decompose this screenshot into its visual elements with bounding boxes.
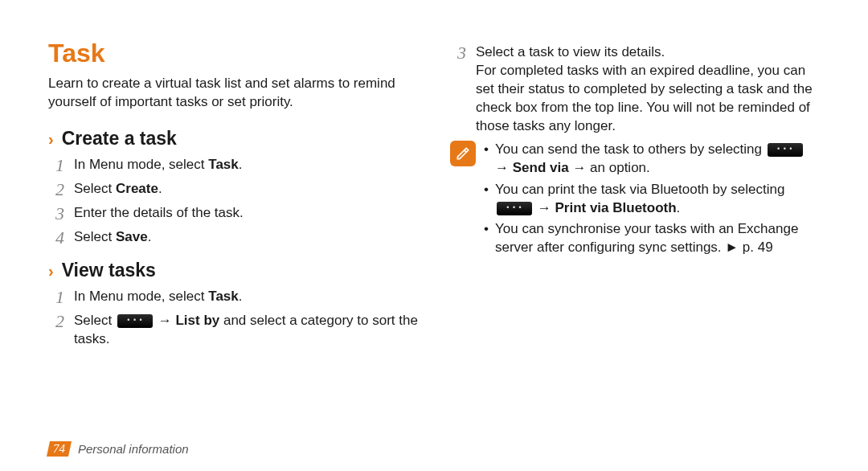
bold-task: Task xyxy=(208,157,239,172)
step-number: 1 xyxy=(48,288,64,307)
right-column: 3 Select a task to view its details. For… xyxy=(450,39,820,418)
create-step-1: 1 In Menu mode, select Task. xyxy=(48,156,418,175)
step-text-line2: For completed tasks with an expired dead… xyxy=(476,62,820,136)
step-text-post: . xyxy=(158,181,162,196)
main-title: Task xyxy=(48,39,418,68)
step-number: 2 xyxy=(48,312,64,331)
note-text-post: . xyxy=(677,200,681,215)
note-icon xyxy=(450,141,476,166)
subheading-view-label: View tasks xyxy=(62,260,156,281)
arrow: → xyxy=(534,200,555,215)
subheading-create: › Create a task xyxy=(48,128,418,149)
step-number: 2 xyxy=(48,180,64,199)
step-text-line1: Select a task to view its details. xyxy=(476,43,820,62)
note-list: You can send the task to others by selec… xyxy=(484,141,820,261)
subheading-view: › View tasks xyxy=(48,260,418,281)
chevron-icon: › xyxy=(48,262,54,281)
step-text: In Menu mode, select xyxy=(74,157,208,172)
step-number: 3 xyxy=(450,43,466,63)
bold-send-via: Send via xyxy=(513,160,569,175)
step-number: 3 xyxy=(48,204,64,223)
view-step-3: 3 Select a task to view its details. For… xyxy=(450,43,820,136)
page-number: 74 xyxy=(47,441,72,457)
note-item-print: You can print the task via Bluetooth by … xyxy=(484,181,820,218)
note-text-post: → an option. xyxy=(569,160,650,175)
section-name: Personal information xyxy=(78,442,189,456)
step-text: Select xyxy=(74,229,116,244)
bold-task: Task xyxy=(208,289,239,304)
more-options-icon xyxy=(768,143,803,157)
view-step-1: 1 In Menu mode, select Task. xyxy=(48,288,418,307)
bold-list-by: List by xyxy=(175,313,219,328)
note-item-send: You can send the task to others by selec… xyxy=(484,141,820,178)
page-footer: 74 Personal information xyxy=(48,441,189,457)
step-text: Enter the details of the task. xyxy=(74,204,418,223)
step-number: 4 xyxy=(48,228,64,248)
view-step-2: 2 Select → List by and select a category… xyxy=(48,312,418,349)
step-text-post: . xyxy=(239,157,243,172)
more-options-icon xyxy=(497,202,532,215)
note-block: You can send the task to others by selec… xyxy=(450,141,820,261)
note-text: You can send the task to others by selec… xyxy=(495,141,766,157)
note-text: You can print the task via Bluetooth by … xyxy=(495,182,784,197)
more-options-icon xyxy=(117,314,153,328)
step-text-post: . xyxy=(239,289,243,304)
intro-text: Learn to create a virtual task list and … xyxy=(48,75,418,112)
bold-save: Save xyxy=(116,229,148,244)
arrow: → xyxy=(154,313,175,328)
bold-print-bluetooth: Print via Bluetooth xyxy=(555,200,676,215)
create-step-2: 2 Select Create. xyxy=(48,180,418,199)
note-item-sync: You can synchronise your tasks with an E… xyxy=(484,220,820,257)
create-step-4: 4 Select Save. xyxy=(48,228,418,248)
create-step-3: 3 Enter the details of the task. xyxy=(48,204,418,223)
step-text: Select xyxy=(74,181,116,196)
subheading-create-label: Create a task xyxy=(62,128,177,149)
step-text-post: . xyxy=(148,229,152,244)
chevron-icon: › xyxy=(48,130,54,149)
step-text: In Menu mode, select xyxy=(74,289,208,304)
arrow: → xyxy=(495,160,513,175)
step-text: Select xyxy=(74,313,116,328)
bold-create: Create xyxy=(116,181,158,196)
step-number: 1 xyxy=(48,156,64,175)
left-column: Task Learn to create a virtual task list… xyxy=(48,39,418,418)
